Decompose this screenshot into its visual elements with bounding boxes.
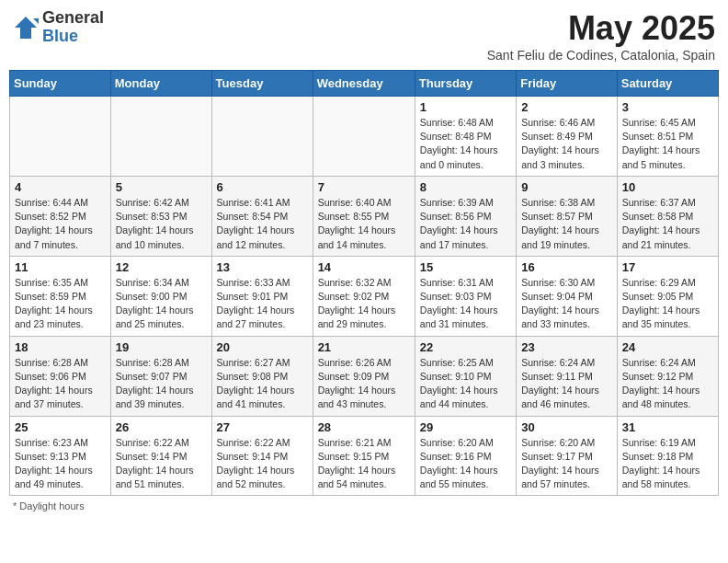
calendar-cell: 7Sunrise: 6:40 AM Sunset: 8:55 PM Daylig… — [313, 176, 415, 256]
day-info: Sunrise: 6:30 AM Sunset: 9:04 PM Dayligh… — [521, 276, 612, 332]
day-number: 18 — [15, 340, 106, 354]
title-block: May 2025 Sant Feliu de Codines, Cataloni… — [487, 9, 715, 63]
day-number: 11 — [15, 260, 106, 274]
calendar-week-row: 1Sunrise: 6:48 AM Sunset: 8:48 PM Daylig… — [10, 97, 719, 177]
month-title: May 2025 — [487, 9, 715, 48]
day-number: 14 — [318, 260, 410, 274]
weekday-header-thursday: Thursday — [415, 71, 516, 97]
calendar-cell: 5Sunrise: 6:42 AM Sunset: 8:53 PM Daylig… — [110, 176, 211, 256]
day-info: Sunrise: 6:46 AM Sunset: 8:49 PM Dayligh… — [521, 116, 612, 172]
day-info: Sunrise: 6:22 AM Sunset: 9:14 PM Dayligh… — [217, 436, 308, 492]
day-info: Sunrise: 6:35 AM Sunset: 8:59 PM Dayligh… — [15, 276, 106, 332]
calendar-cell: 2Sunrise: 6:46 AM Sunset: 8:49 PM Daylig… — [517, 97, 618, 177]
calendar-cell: 27Sunrise: 6:22 AM Sunset: 9:14 PM Dayli… — [211, 416, 313, 496]
day-info: Sunrise: 6:28 AM Sunset: 9:07 PM Dayligh… — [116, 356, 207, 412]
day-number: 29 — [420, 420, 511, 434]
logo-icon — [13, 15, 39, 40]
day-info: Sunrise: 6:28 AM Sunset: 9:06 PM Dayligh… — [15, 356, 106, 412]
page-header: General Blue May 2025 Sant Feliu de Codi… — [9, 9, 719, 63]
day-number: 30 — [521, 420, 612, 434]
day-info: Sunrise: 6:40 AM Sunset: 8:55 PM Dayligh… — [318, 196, 410, 252]
footer-text: Daylight hours — [19, 500, 84, 511]
day-info: Sunrise: 6:44 AM Sunset: 8:52 PM Dayligh… — [15, 196, 106, 252]
day-number: 13 — [217, 260, 308, 274]
weekday-header-friday: Friday — [517, 71, 618, 97]
calendar-cell: 22Sunrise: 6:25 AM Sunset: 9:10 PM Dayli… — [415, 336, 516, 416]
calendar-cell: 28Sunrise: 6:21 AM Sunset: 9:15 PM Dayli… — [313, 416, 415, 496]
logo-blue-text: Blue — [42, 28, 104, 46]
day-info: Sunrise: 6:27 AM Sunset: 9:08 PM Dayligh… — [217, 356, 308, 412]
day-info: Sunrise: 6:29 AM Sunset: 9:05 PM Dayligh… — [622, 276, 713, 332]
weekday-header-tuesday: Tuesday — [211, 71, 313, 97]
day-number: 5 — [116, 180, 207, 194]
day-number: 8 — [420, 180, 511, 194]
day-number: 24 — [622, 340, 713, 354]
calendar-cell: 10Sunrise: 6:37 AM Sunset: 8:58 PM Dayli… — [617, 176, 718, 256]
calendar-cell — [211, 97, 313, 177]
day-info: Sunrise: 6:23 AM Sunset: 9:13 PM Dayligh… — [15, 436, 106, 492]
calendar-cell: 8Sunrise: 6:39 AM Sunset: 8:56 PM Daylig… — [415, 176, 516, 256]
calendar-cell — [10, 97, 111, 177]
day-number: 25 — [15, 420, 106, 434]
day-number: 21 — [318, 340, 410, 354]
day-info: Sunrise: 6:39 AM Sunset: 8:56 PM Dayligh… — [420, 196, 511, 252]
calendar-cell: 30Sunrise: 6:20 AM Sunset: 9:17 PM Dayli… — [517, 416, 618, 496]
day-info: Sunrise: 6:33 AM Sunset: 9:01 PM Dayligh… — [217, 276, 308, 332]
day-number: 10 — [622, 180, 713, 194]
day-number: 9 — [521, 180, 612, 194]
day-info: Sunrise: 6:32 AM Sunset: 9:02 PM Dayligh… — [318, 276, 410, 332]
day-number: 12 — [116, 260, 207, 274]
calendar-week-row: 4Sunrise: 6:44 AM Sunset: 8:52 PM Daylig… — [10, 176, 719, 256]
calendar-cell: 23Sunrise: 6:24 AM Sunset: 9:11 PM Dayli… — [517, 336, 618, 416]
calendar-cell: 21Sunrise: 6:26 AM Sunset: 9:09 PM Dayli… — [313, 336, 415, 416]
day-number: 15 — [420, 260, 511, 274]
day-number: 16 — [521, 260, 612, 274]
day-number: 3 — [622, 100, 713, 114]
calendar-cell: 18Sunrise: 6:28 AM Sunset: 9:06 PM Dayli… — [10, 336, 111, 416]
day-number: 27 — [217, 420, 308, 434]
footer-note: * Daylight hours — [9, 500, 719, 511]
weekday-header-sunday: Sunday — [10, 71, 111, 97]
day-number: 26 — [116, 420, 207, 434]
day-number: 17 — [622, 260, 713, 274]
logo-general-text: General — [42, 9, 104, 28]
calendar-cell: 26Sunrise: 6:22 AM Sunset: 9:14 PM Dayli… — [110, 416, 211, 496]
day-number: 19 — [116, 340, 207, 354]
day-number: 4 — [15, 180, 106, 194]
day-info: Sunrise: 6:37 AM Sunset: 8:58 PM Dayligh… — [622, 196, 713, 252]
calendar-week-row: 11Sunrise: 6:35 AM Sunset: 8:59 PM Dayli… — [10, 256, 719, 336]
calendar-cell: 31Sunrise: 6:19 AM Sunset: 9:18 PM Dayli… — [617, 416, 718, 496]
calendar-cell: 20Sunrise: 6:27 AM Sunset: 9:08 PM Dayli… — [211, 336, 313, 416]
logo-text: General Blue — [42, 9, 104, 46]
day-info: Sunrise: 6:38 AM Sunset: 8:57 PM Dayligh… — [521, 196, 612, 252]
day-number: 28 — [318, 420, 410, 434]
calendar-week-row: 25Sunrise: 6:23 AM Sunset: 9:13 PM Dayli… — [10, 416, 719, 496]
calendar-cell: 13Sunrise: 6:33 AM Sunset: 9:01 PM Dayli… — [211, 256, 313, 336]
calendar-cell: 9Sunrise: 6:38 AM Sunset: 8:57 PM Daylig… — [517, 176, 618, 256]
day-info: Sunrise: 6:48 AM Sunset: 8:48 PM Dayligh… — [420, 116, 511, 172]
day-info: Sunrise: 6:34 AM Sunset: 9:00 PM Dayligh… — [116, 276, 207, 332]
calendar-cell: 29Sunrise: 6:20 AM Sunset: 9:16 PM Dayli… — [415, 416, 516, 496]
calendar-cell: 4Sunrise: 6:44 AM Sunset: 8:52 PM Daylig… — [10, 176, 111, 256]
day-info: Sunrise: 6:20 AM Sunset: 9:16 PM Dayligh… — [420, 436, 511, 492]
calendar-cell — [110, 97, 211, 177]
day-info: Sunrise: 6:45 AM Sunset: 8:51 PM Dayligh… — [622, 116, 713, 172]
calendar-cell: 24Sunrise: 6:24 AM Sunset: 9:12 PM Dayli… — [617, 336, 718, 416]
calendar-cell: 11Sunrise: 6:35 AM Sunset: 8:59 PM Dayli… — [10, 256, 111, 336]
day-info: Sunrise: 6:42 AM Sunset: 8:53 PM Dayligh… — [116, 196, 207, 252]
calendar-cell — [313, 97, 415, 177]
day-number: 6 — [217, 180, 308, 194]
calendar-cell: 6Sunrise: 6:41 AM Sunset: 8:54 PM Daylig… — [211, 176, 313, 256]
svg-marker-1 — [33, 18, 39, 24]
day-number: 1 — [420, 100, 511, 114]
calendar-cell: 17Sunrise: 6:29 AM Sunset: 9:05 PM Dayli… — [617, 256, 718, 336]
svg-marker-0 — [15, 17, 37, 39]
day-number: 31 — [622, 420, 713, 434]
calendar-cell: 12Sunrise: 6:34 AM Sunset: 9:00 PM Dayli… — [110, 256, 211, 336]
calendar-week-row: 18Sunrise: 6:28 AM Sunset: 9:06 PM Dayli… — [10, 336, 719, 416]
calendar-table: SundayMondayTuesdayWednesdayThursdayFrid… — [9, 70, 719, 496]
day-info: Sunrise: 6:24 AM Sunset: 9:12 PM Dayligh… — [622, 356, 713, 412]
calendar-cell: 1Sunrise: 6:48 AM Sunset: 8:48 PM Daylig… — [415, 97, 516, 177]
calendar-cell: 3Sunrise: 6:45 AM Sunset: 8:51 PM Daylig… — [617, 97, 718, 177]
day-info: Sunrise: 6:24 AM Sunset: 9:11 PM Dayligh… — [521, 356, 612, 412]
